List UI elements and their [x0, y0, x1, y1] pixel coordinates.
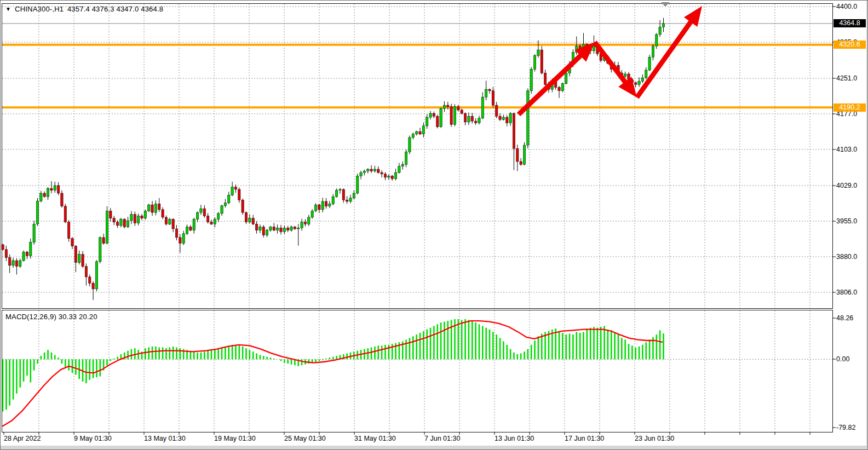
candle-body — [409, 137, 411, 152]
chart-canvas — [1, 1, 868, 450]
candle-body — [394, 172, 396, 178]
candle-body — [252, 218, 254, 224]
candle-body — [453, 107, 456, 125]
candle-body — [158, 204, 160, 210]
candle-body — [134, 215, 136, 223]
candle-body — [523, 145, 525, 164]
candle-body — [259, 227, 261, 230]
candle-body — [301, 222, 303, 228]
candle-body — [22, 252, 25, 261]
candle-body — [360, 172, 362, 176]
candle-body — [342, 189, 344, 200]
candle-body — [196, 212, 198, 219]
macd-indicator-label: MACD(12,26,9) 30.33 20.20 — [5, 313, 97, 321]
candle-body — [186, 227, 188, 233]
candle-body — [249, 218, 251, 222]
candle-body — [85, 267, 87, 277]
candle-body — [189, 227, 192, 230]
candle-body — [61, 193, 63, 206]
candle-body — [429, 113, 432, 117]
candle-body — [527, 91, 529, 145]
candle-body — [172, 219, 174, 229]
candle-body — [329, 204, 331, 206]
candle-body — [652, 46, 654, 57]
trading-chart-window: ▼ CHINA300-,H1 4357.4 4376.3 4347.0 4364… — [0, 0, 868, 450]
candle-body — [471, 116, 473, 121]
candle-body — [217, 214, 220, 220]
candle-body — [544, 73, 546, 84]
candle-body — [182, 234, 185, 244]
candle-body — [280, 228, 282, 232]
candle-body — [565, 73, 567, 83]
candle-body — [513, 113, 515, 148]
candle-body — [200, 209, 202, 212]
candle-body — [148, 205, 150, 211]
candle-body — [82, 255, 84, 267]
candle-body — [520, 161, 522, 164]
candle-body — [154, 204, 157, 212]
candle-body — [78, 255, 81, 263]
date-label: 28 Apr 2022 — [4, 435, 41, 442]
candle-body — [71, 239, 73, 246]
symbol-ohlc-text: CHINA300-,H1 4357.4 4376.3 4347.0 4364.8 — [15, 5, 163, 13]
candle-body — [373, 169, 376, 171]
candle-body — [346, 200, 348, 201]
price-tick-label: 3955.0 — [836, 217, 867, 225]
candle-body — [64, 206, 66, 222]
candle-body — [234, 187, 237, 189]
candle-body — [54, 186, 56, 191]
candle-body — [231, 187, 233, 195]
date-label: 13 Jun 01:30 — [495, 435, 534, 442]
candle-body — [488, 89, 491, 91]
candle-body — [238, 189, 240, 200]
candle-body — [496, 105, 498, 116]
candle-body — [349, 198, 352, 201]
price-tick-label: 3806.0 — [836, 289, 867, 296]
candle-body — [26, 252, 28, 256]
candle-body — [193, 219, 195, 230]
date-label: 31 May 01:30 — [354, 435, 396, 442]
candle-body — [106, 211, 108, 243]
candle-body — [304, 222, 306, 224]
candle-body — [485, 89, 487, 97]
candle-body — [391, 176, 393, 178]
candle-body — [165, 217, 167, 224]
candle-body — [415, 131, 417, 134]
candle-body — [214, 219, 216, 224]
candle-body — [506, 117, 508, 123]
candle-body — [245, 212, 247, 222]
candle-body — [242, 200, 244, 212]
candle-body — [144, 211, 146, 218]
scroll-to-end-marker — [661, 2, 670, 7]
candle-body — [113, 218, 115, 222]
candle-body — [116, 222, 118, 226]
candle-body — [357, 176, 359, 193]
candle-body — [273, 227, 275, 230]
candle-body — [297, 228, 300, 229]
candle-body — [419, 131, 421, 134]
candle-body — [57, 186, 59, 193]
candle-body — [294, 227, 296, 229]
symbol-dropdown-icon[interactable]: ▼ — [5, 7, 11, 12]
candle-body — [509, 113, 511, 123]
candle-body — [283, 228, 285, 232]
candle-body — [308, 217, 310, 224]
candle-body — [530, 69, 532, 91]
candle-body — [12, 261, 14, 266]
candle-body — [468, 116, 470, 122]
candle-body — [2, 245, 4, 250]
candle-body — [635, 83, 637, 85]
candle-body — [388, 176, 390, 177]
candle-body — [464, 113, 466, 122]
candle-body — [478, 118, 480, 123]
candle-body — [367, 169, 369, 171]
price-tick-label: 4400.0 — [836, 3, 867, 10]
candle-body — [648, 57, 651, 70]
candle-body — [110, 211, 112, 218]
candle-body — [443, 105, 445, 108]
candle-body — [405, 152, 407, 164]
candle-body — [641, 78, 643, 81]
candle-body — [353, 193, 355, 198]
candle-body — [537, 50, 539, 56]
candle-body — [47, 188, 49, 197]
